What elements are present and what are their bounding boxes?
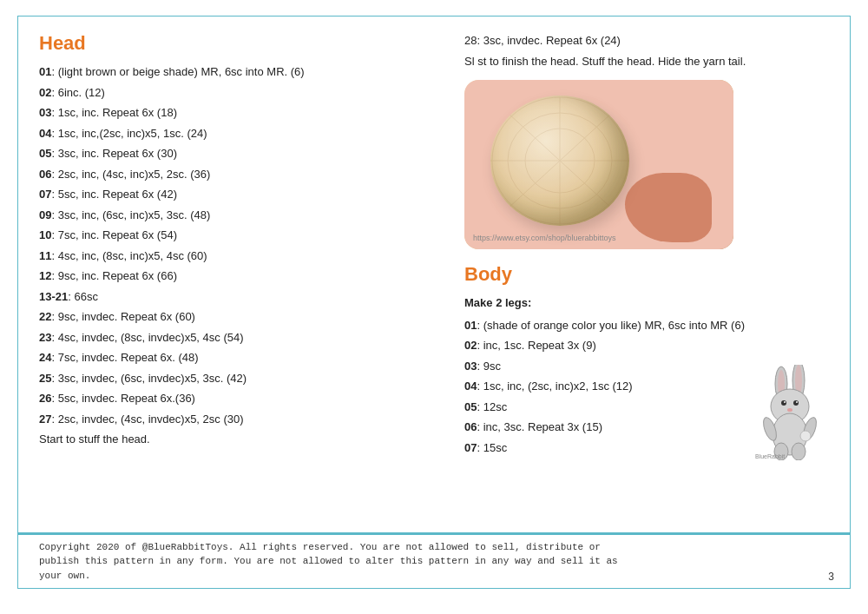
row-12: 12: 9sc, inc. Repeat 6x (66) [39, 267, 438, 285]
texture-overlay [490, 96, 629, 226]
svg-point-16 [787, 408, 792, 412]
svg-point-15 [796, 401, 798, 403]
sl-st-text: Sl st to finish the head. Stuff the head… [464, 53, 829, 70]
row-03: 03: 1sc, inc. Repeat 6x (18) [39, 104, 438, 122]
row-23: 23: 4sc, invdec, (8sc, invdec)x5, 4sc (5… [39, 329, 438, 347]
svg-point-13 [793, 400, 799, 406]
row-24: 24: 7sc, invdec. Repeat 6x. (48) [39, 349, 438, 366]
row-02: 02: 6inc. (12) [39, 84, 438, 102]
row-04: 04: 1sc, inc,(2sc, inc)x5, 1sc. (24) [39, 125, 438, 142]
body-row-02: 02: inc, 1sc. Repeat 3x (9) [464, 337, 829, 354]
row-06: 06: 2sc, inc, (4sc, inc)x5, 2sc. (36) [39, 166, 438, 183]
row-09: 09: 3sc, inc, (6sc, inc)x5, 3sc. (48) [39, 207, 438, 224]
right-column: 28: 3sc, invdec. Repeat 6x (24) Sl st to… [464, 32, 829, 524]
row-05: 05: 3sc, inc. Repeat 6x (30) [39, 145, 438, 162]
body-title: Body [464, 263, 829, 286]
head-image: https://www.etsy.com/shop/bluerabbittoys [464, 80, 733, 249]
row-07: 07: 5sc, inc. Repeat 6x (42) [39, 186, 438, 203]
row-13-21: 13-21: 66sc [39, 288, 438, 306]
head-title: Head [39, 32, 438, 55]
row-25: 25: 3sc, invdec, (6sc, invdec)x5, 3sc. (… [39, 370, 438, 387]
footer-text: Copyright 2020 of @BlueRabbitToys. All r… [39, 542, 618, 581]
row-27: 27: 2sc, invdec, (4sc, invdec)x5, 2sc (3… [39, 411, 438, 428]
body-row-01: 01: (shade of orange color you like) MR,… [464, 317, 829, 334]
row-start-stuff: Start to stuff the head. [39, 431, 438, 448]
image-url-text: https://www.etsy.com/shop/bluerabbittoys [473, 234, 615, 242]
svg-point-12 [781, 400, 786, 406]
row-28: 28: 3sc, invdec. Repeat 6x (24) [464, 32, 829, 50]
make-legs-label: Make 2 legs: [464, 294, 829, 312]
row-11: 11: 4sc, inc, (8sc, inc)x5, 4sc (60) [39, 248, 438, 265]
page-number: 3 [828, 571, 834, 583]
row-10: 10: 7sc, inc. Repeat 6x (54) [39, 227, 438, 244]
row-22: 22: 9sc, invdec. Repeat 6x (60) [39, 308, 438, 326]
svg-point-21 [792, 443, 806, 460]
svg-point-22 [800, 431, 811, 441]
content-area: Head 01: (light brown or beige shade) MR… [18, 17, 850, 532]
row-26: 26: 5sc, invdec. Repeat 6x.(36) [39, 390, 438, 407]
row-01: 01: (light brown or beige shade) MR, 6sc… [39, 63, 438, 81]
rabbit-figure: BlueRabbit [751, 365, 829, 460]
page-container: Head 01: (light brown or beige shade) MR… [17, 16, 851, 589]
left-column: Head 01: (light brown or beige shade) MR… [39, 32, 438, 524]
svg-text:BlueRabbit: BlueRabbit [755, 453, 785, 459]
footer: Copyright 2020 of @BlueRabbitToys. All r… [18, 535, 850, 589]
svg-point-14 [784, 401, 786, 403]
